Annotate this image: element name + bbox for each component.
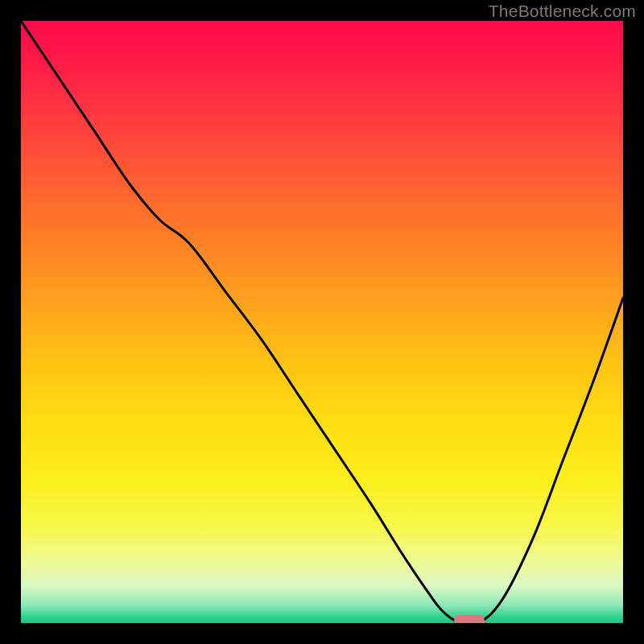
- watermark-text: TheBottleneck.com: [489, 2, 636, 21]
- bottleneck-curve: [21, 21, 623, 623]
- chart-frame: TheBottleneck.com: [0, 0, 644, 644]
- plot-area: [21, 21, 623, 623]
- curve-path: [21, 21, 623, 623]
- optimal-marker: [454, 615, 485, 623]
